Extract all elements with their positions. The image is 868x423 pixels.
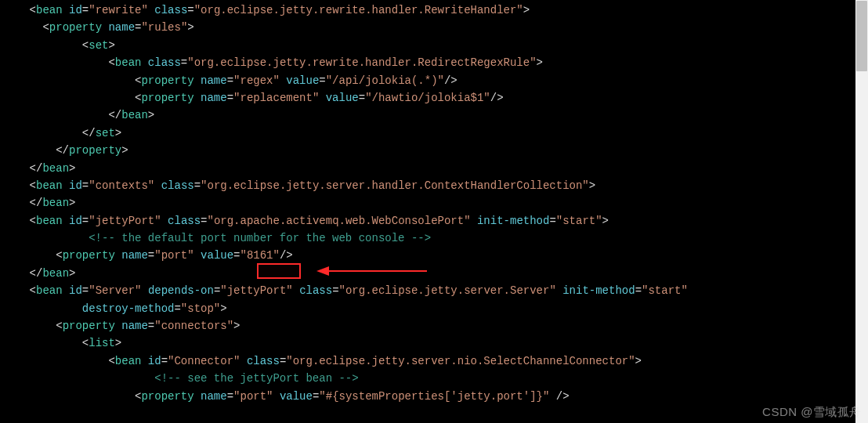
code-line: <property name="replacement" value="/haw… (3, 89, 868, 107)
code-line: <bean id="rewrite" class="org.eclipse.je… (3, 2, 868, 19)
code-line: </bean> (3, 194, 868, 212)
code-line: </bean> (3, 160, 868, 177)
code-line: <bean id="Server" depends-on="jettyPort"… (3, 282, 868, 299)
code-line: <property name="rules"> (3, 19, 868, 36)
code-line: <!-- see the jettyPort bean --> (3, 370, 868, 387)
code-line: </property> (3, 142, 868, 159)
code-line: <!-- the default port number for the web… (3, 230, 868, 247)
code-line: destroy-method="stop"> (3, 300, 868, 317)
code-line: <bean id="contexts" class="org.eclipse.j… (3, 177, 868, 194)
code-line: </set> (3, 125, 868, 142)
code-line: <property name="connectors"> (3, 317, 868, 334)
code-line: <property name="port" value="#{systemPro… (3, 388, 868, 405)
code-line: </bean> (3, 265, 868, 282)
code-line: <set> (3, 37, 868, 54)
code-line: <bean id="Connector" class="org.eclipse.… (3, 352, 868, 370)
code-line: <bean class="org.eclipse.jetty.rewrite.h… (3, 54, 868, 71)
scrollbar-thumb[interactable] (856, 1, 867, 71)
code-line: <property name="regex" value="/api/jolok… (3, 72, 868, 89)
watermark-text: CSDN @雪域孤舟 (762, 403, 862, 421)
code-line: <list> (3, 334, 868, 352)
code-line: <property name="port" value="8161"/> (3, 247, 868, 264)
code-block: <bean id="rewrite" class="org.eclipse.je… (0, 2, 868, 405)
code-line: <bean id="jettyPort" class="org.apache.a… (3, 212, 868, 230)
scrollbar-track[interactable] (855, 0, 868, 423)
code-line: </bean> (3, 107, 868, 124)
